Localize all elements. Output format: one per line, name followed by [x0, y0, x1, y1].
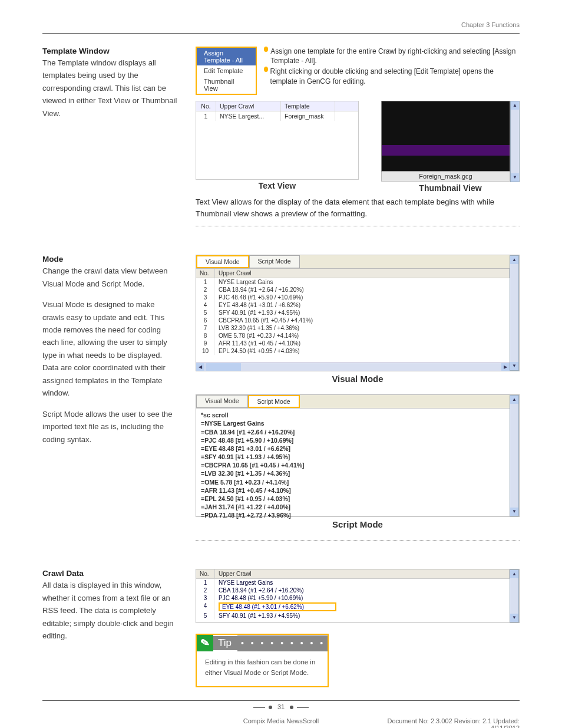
- thumbnail-preview[interactable]: [381, 101, 510, 172]
- callout-dot-icon: [264, 47, 269, 52]
- scroll-up-icon[interactable]: ▲: [510, 256, 518, 264]
- scroll-down-icon[interactable]: ▼: [511, 173, 519, 182]
- script-text-area[interactable]: *sc scroll =NYSE Largest Gains =CBA 18.9…: [196, 409, 510, 522]
- col-no: No.: [196, 101, 216, 111]
- template-window-title: Template Window: [42, 47, 178, 55]
- table-row[interactable]: 4EYE 48.48 (#1 +3.01 / +6.62%): [196, 602, 510, 612]
- section-divider: [196, 540, 520, 541]
- tab-script-mode[interactable]: Script Mode: [248, 395, 300, 408]
- views-description: Text View allows for the display of the …: [196, 196, 520, 220]
- scrollbar-vertical[interactable]: ▲ ▼: [510, 569, 519, 622]
- callout-dot-icon: [264, 67, 268, 72]
- header-rule: [42, 33, 520, 34]
- crawl-data-title: Crawl Data: [42, 569, 178, 578]
- tab-visual-mode[interactable]: Visual Mode: [196, 255, 249, 268]
- scroll-right-icon[interactable]: ▶: [501, 363, 510, 371]
- scrollbar-vertical[interactable]: ▲ ▼: [510, 395, 519, 516]
- scrollbar-vertical[interactable]: ▲ ▼: [510, 101, 520, 182]
- scroll-down-icon[interactable]: ▼: [510, 614, 518, 622]
- inline-edit-field[interactable]: EYE 48.48 (#1 +3.01 / +6.62%): [219, 602, 336, 611]
- context-menu[interactable]: Assign Template - All Edit Template Thum…: [196, 47, 257, 95]
- template-window-body: The Template window displays all templat…: [42, 57, 178, 120]
- scrollbar-horizontal[interactable]: ◀ ▶: [196, 363, 510, 371]
- table-row[interactable]: 6CBCPRA 10.65 (#1 +0.45 / +4.41%): [196, 317, 510, 324]
- col-upper-crawl: Upper Crawl: [216, 101, 281, 111]
- table-row[interactable]: 1 NYSE Largest... Foreign_mask: [196, 111, 358, 121]
- col-upper-crawl: Upper Crawl: [215, 269, 510, 278]
- visual-mode-caption: Visual Mode: [196, 374, 520, 384]
- scrollbar-vertical[interactable]: ▲ ▼: [510, 255, 519, 371]
- table-row[interactable]: 9AFR 11.43 (#1 +0.45 / +4.10%): [196, 340, 510, 347]
- col-template: Template: [281, 101, 335, 111]
- mode-p3: Script Mode allows the user to see the i…: [42, 408, 178, 446]
- table-row[interactable]: 7LVB 32.30 (#1 +1.35 / +4.36%): [196, 324, 510, 332]
- mode-title: Mode: [42, 255, 178, 263]
- table-row[interactable]: 1NYSE Largest Gains: [196, 579, 510, 587]
- col-no: No.: [196, 569, 215, 578]
- text-view-table[interactable]: No. Upper Crawl Template 1 NYSE Largest.…: [196, 101, 359, 180]
- tab-script-mode[interactable]: Script Mode: [249, 255, 300, 268]
- ctx-assign-template-all[interactable]: Assign Template - All: [197, 48, 256, 65]
- section-divider: [196, 226, 520, 226]
- scroll-down-icon[interactable]: ▼: [510, 508, 518, 516]
- thumbnail-filename: Foreign_mask.gcg: [381, 172, 510, 182]
- col-no: No.: [196, 269, 215, 278]
- tip-callout: ✎ Tip • • • • • • • • • • • • • Editing …: [196, 634, 520, 687]
- visual-mode-panel: Visual Mode Script Mode No. Upper Crawl …: [196, 255, 520, 371]
- tip-icon: ✎: [197, 635, 213, 651]
- footer-docinfo: Document No: 2.3.002 Revision: 2.1 Updat…: [361, 710, 520, 728]
- scroll-up-icon[interactable]: ▲: [510, 396, 518, 404]
- scroll-up-icon[interactable]: ▲: [511, 101, 519, 110]
- table-row[interactable]: 3PJC 48.48 (#1 +5.90 / +10.69%): [196, 594, 510, 602]
- tab-visual-mode[interactable]: Visual Mode: [196, 395, 248, 408]
- page-footer: 31 Compix Media NewsScroll Document No: …: [42, 700, 520, 710]
- tip-body: Editing in this fashion can be done in e…: [196, 651, 329, 687]
- tip-dots-icon: • • • • • • • • • • • • •: [237, 635, 328, 651]
- crawl-data-grid[interactable]: No. Upper Crawl 1NYSE Largest Gains2CBA …: [196, 569, 520, 623]
- table-row[interactable]: 2CBA 18.94 (#1 +2.64 / +16.20%): [196, 587, 510, 594]
- text-view-caption: Text View: [196, 181, 359, 190]
- table-row[interactable]: 1NYSE Largest Gains: [196, 278, 510, 286]
- mode-p2: Visual Mode is designed to make crawls e…: [42, 298, 178, 400]
- table-row[interactable]: 2CBA 18.94 (#1 +2.64 / +16.20%): [196, 286, 510, 294]
- ctx-thumbnail-view[interactable]: Thumbnail View: [197, 76, 256, 94]
- ctx-edit-template[interactable]: Edit Template: [197, 65, 256, 76]
- table-row[interactable]: 10EPL 24.50 (#1 +0.95 / +4.03%): [196, 347, 510, 355]
- table-row[interactable]: 8OME 5.78 (#1 +0.23 / +4.14%): [196, 332, 510, 340]
- ticker-bar: [382, 145, 510, 156]
- scroll-down-icon[interactable]: ▼: [510, 362, 518, 370]
- page-number: 31: [277, 703, 285, 710]
- script-mode-panel: Visual Mode Script Mode *sc scroll =NYSE…: [196, 394, 520, 517]
- col-upper-crawl: Upper Crawl: [215, 569, 510, 578]
- scroll-left-icon[interactable]: ◀: [196, 363, 204, 371]
- footer-product: Compix Media NewsScroll: [201, 710, 361, 728]
- table-row[interactable]: 5SFY 40.91 (#1 +1.93 / +4.95%): [196, 612, 510, 620]
- table-row[interactable]: 5SFY 40.91 (#1 +1.93 / +4.95%): [196, 309, 510, 317]
- table-row[interactable]: 3PJC 48.48 (#1 +5.90 / +10.69%): [196, 294, 510, 301]
- table-row[interactable]: 4EYE 48.48 (#1 +3.01 / +6.62%): [196, 301, 510, 309]
- context-annotations: Assign one template for the entire Crawl…: [264, 47, 520, 87]
- tip-label: Tip: [213, 636, 237, 650]
- scroll-up-icon[interactable]: ▲: [510, 570, 518, 578]
- mode-p1: Change the crawl data view between Visua…: [42, 265, 178, 290]
- crawl-data-body: All data is displayed in this window, wh…: [42, 579, 178, 642]
- chapter-header: Chapter 3 Functions: [42, 21, 520, 33]
- thumbnail-view-caption: Thumbnail View: [381, 183, 520, 193]
